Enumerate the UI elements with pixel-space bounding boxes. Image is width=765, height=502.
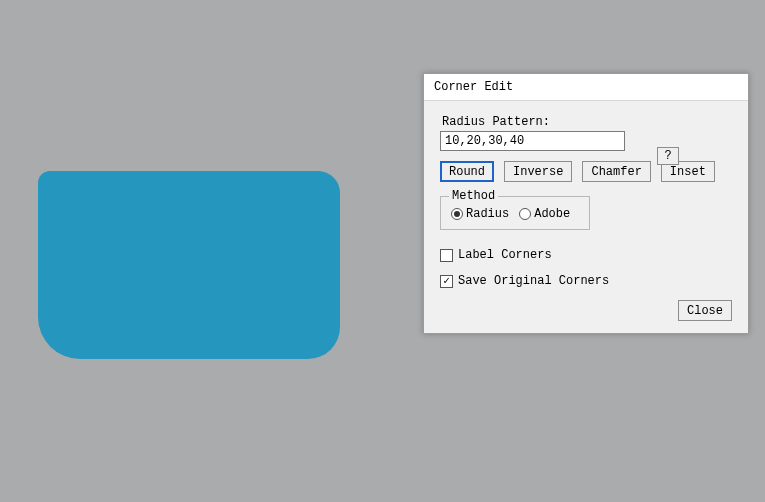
save-original-label: Save Original Corners [458, 274, 609, 288]
label-corners-label: Label Corners [458, 248, 552, 262]
radio-icon [519, 208, 531, 220]
checkbox-icon [440, 249, 453, 262]
save-original-checkbox[interactable]: ✓ Save Original Corners [440, 274, 732, 288]
method-radius-radio[interactable]: Radius [451, 207, 509, 221]
method-group: Method Radius Adobe [440, 196, 590, 230]
round-button[interactable]: Round [440, 161, 494, 182]
radius-pattern-input[interactable] [440, 131, 625, 151]
corner-type-buttons: Round Inverse Chamfer Inset [440, 161, 732, 182]
inverse-button[interactable]: Inverse [504, 161, 572, 182]
dialog-title: Corner Edit [424, 74, 748, 101]
help-button[interactable]: ? [657, 147, 679, 165]
method-radius-label: Radius [466, 207, 509, 221]
method-group-label: Method [449, 189, 498, 203]
checkbox-icon: ✓ [440, 275, 453, 288]
close-button[interactable]: Close [678, 300, 732, 321]
radius-pattern-label: Radius Pattern: [440, 115, 732, 129]
label-corners-checkbox[interactable]: Label Corners [440, 248, 732, 262]
corner-edit-dialog: Corner Edit Radius Pattern: ? Round Inve… [423, 73, 749, 334]
radio-icon [451, 208, 463, 220]
preview-shape [38, 171, 340, 359]
method-adobe-label: Adobe [534, 207, 570, 221]
method-adobe-radio[interactable]: Adobe [519, 207, 570, 221]
chamfer-button[interactable]: Chamfer [582, 161, 650, 182]
